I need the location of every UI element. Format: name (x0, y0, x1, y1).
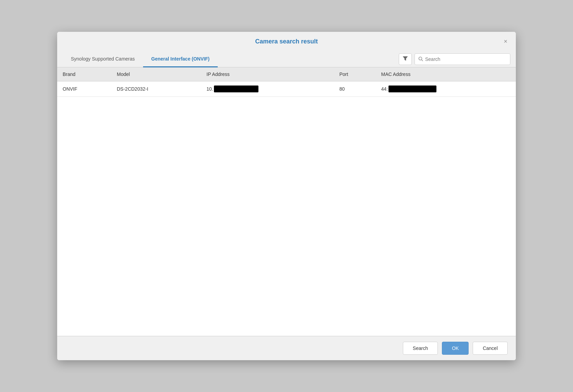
table-container: Brand Model IP Address Port MAC Address … (57, 67, 516, 336)
cell-model: DS-2CD2032-I (111, 81, 201, 97)
col-header-brand: Brand (57, 67, 111, 81)
col-header-port: Port (334, 67, 376, 81)
camera-search-dialog: Camera search result × Synology Supporte… (57, 32, 516, 360)
table-header-row: Brand Model IP Address Port MAC Address (57, 67, 516, 81)
cell-mac: 44: (376, 81, 516, 97)
ip-prefix: 10. (206, 86, 213, 92)
svg-marker-0 (403, 56, 408, 61)
mac-prefix: 44: (381, 86, 388, 92)
tab-bar-left: Synology Supported Cameras General Inter… (63, 51, 399, 67)
search-input[interactable] (425, 56, 507, 62)
svg-line-2 (422, 60, 423, 61)
mac-redacted (389, 86, 436, 92)
filter-button[interactable] (399, 53, 412, 65)
search-box (415, 53, 510, 65)
search-icon (418, 56, 423, 62)
tab-bar-right (399, 51, 510, 67)
filter-icon (403, 56, 408, 63)
cell-ip: 10. (201, 81, 334, 97)
ip-redacted (214, 86, 258, 92)
dialog-title: Camera search result (255, 38, 318, 45)
col-header-model: Model (111, 67, 201, 81)
tab-onvif[interactable]: General Interface (ONVIF) (143, 51, 218, 67)
tab-bar: Synology Supported Cameras General Inter… (57, 51, 516, 67)
tab-synology[interactable]: Synology Supported Cameras (63, 51, 143, 67)
close-button[interactable]: × (501, 38, 510, 46)
col-header-mac: MAC Address (376, 67, 516, 81)
cell-port: 80 (334, 81, 376, 97)
dialog-title-bar: Camera search result × (57, 32, 516, 51)
results-table: Brand Model IP Address Port MAC Address … (57, 67, 516, 97)
cell-brand: ONVIF (57, 81, 111, 97)
ok-button[interactable]: OK (442, 342, 469, 355)
cancel-button[interactable]: Cancel (473, 342, 508, 355)
dialog-footer: Search OK Cancel (57, 336, 516, 360)
table-row[interactable]: ONVIF DS-2CD2032-I 10. 80 44: (57, 81, 516, 97)
col-header-ip: IP Address (201, 67, 334, 81)
search-button[interactable]: Search (403, 342, 438, 355)
